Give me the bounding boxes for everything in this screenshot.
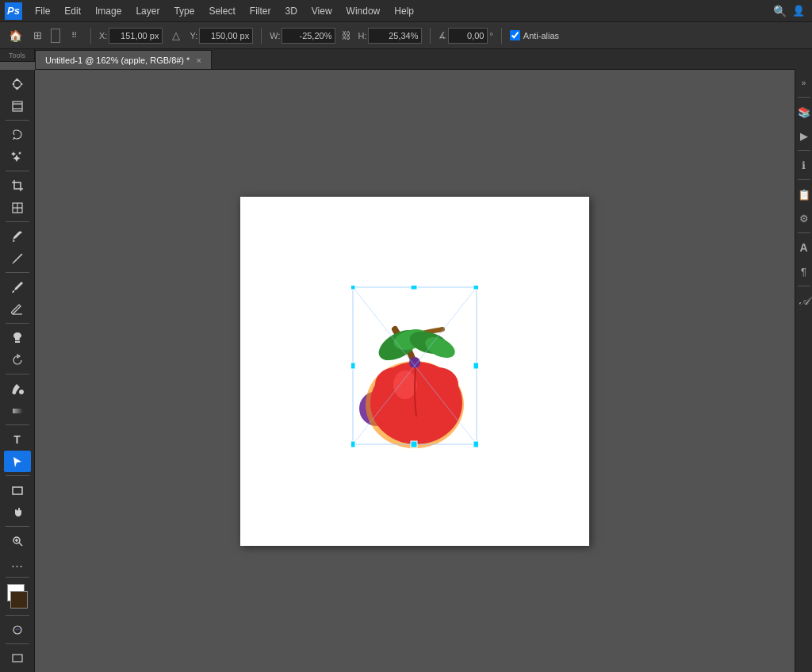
screen-mode-tool[interactable] [4,647,31,669]
rp-sep-3 [798,179,810,180]
rp-sep-5 [798,286,810,286]
x-input[interactable] [109,28,163,44]
slice-tool[interactable] [4,197,31,218]
canvas-area[interactable] [35,70,795,672]
brush-tool[interactable] [4,276,31,298]
svg-point-25 [393,371,417,399]
h-input[interactable] [368,28,422,44]
menu-select[interactable]: Select [202,4,241,18]
right-panel-tab-spacer [795,49,812,70]
menu-view[interactable]: View [305,4,339,18]
paint-bucket-tool[interactable] [4,378,31,399]
user-icon[interactable]: 👤 [790,2,807,20]
glyph-icon[interactable]: 𝒜 [797,291,811,310]
menu-layer[interactable]: Layer [129,4,166,18]
x-label: X: [99,31,107,40]
menu-file[interactable]: File [29,4,56,18]
link-icon[interactable]: ⛓ [340,29,353,42]
gradient-tool[interactable] [4,400,31,421]
h-label: H: [358,31,366,40]
play-icon[interactable]: ▶ [797,126,811,145]
antialias-checkbox[interactable] [510,30,520,40]
w-field: W: [270,28,335,44]
y-label: Y: [190,31,197,40]
menu-image[interactable]: Image [89,4,128,18]
history-brush-tool[interactable] [4,349,31,371]
collapse-right-icon[interactable]: » [797,73,811,92]
toolbar: T … [0,70,35,672]
document-canvas[interactable] [240,197,589,546]
menu-filter[interactable]: Filter [243,4,278,18]
separator-t6 [6,374,29,374]
ps-logo: Ps [5,2,22,20]
ruler-tool[interactable] [4,248,31,269]
lasso-tool[interactable] [4,124,31,145]
search-icon[interactable]: 🔍 [771,2,788,20]
rect-icon [51,29,60,43]
separator-2 [261,28,262,44]
grid-icon[interactable]: ⠿ [65,27,82,44]
eraser-tool[interactable] [4,298,31,320]
document-tab[interactable]: Untitled-1 @ 162% (apple, RGB/8#) * × [35,50,212,69]
y-field: Y: [190,28,253,44]
svg-rect-18 [13,655,22,662]
svg-rect-0 [13,102,22,111]
path-selection-tool[interactable] [4,451,31,472]
w-input[interactable] [282,28,335,44]
menu-type[interactable]: Type [167,4,201,18]
color-swatches [4,584,31,609]
type-tool-label: T [13,433,21,446]
type-tool[interactable]: T [4,428,31,450]
antialias-label[interactable]: Anti-alias [510,30,559,40]
stamp-tool[interactable] [4,327,31,348]
svg-line-7 [15,259,17,261]
menu-edit[interactable]: Edit [58,4,87,18]
delta-icon: △ [167,27,185,44]
handle-tm [411,286,417,290]
separator-3 [430,28,431,44]
crop-tool[interactable] [4,175,31,196]
menu-window[interactable]: Window [340,4,387,18]
right-panel: » 📚 ▶ ℹ 📋 ⚙ A ¶ 𝒜 [795,70,812,672]
tab-close-button[interactable]: × [196,56,201,65]
quick-mask-tool[interactable] [4,619,31,640]
degree-label: ° [489,31,492,40]
properties-icon[interactable]: 📋 [797,185,811,204]
zoom-tool[interactable] [4,530,31,551]
menu-help[interactable]: Help [388,4,420,18]
handle-br [473,441,478,447]
svg-line-9 [20,255,21,256]
info-icon[interactable]: ℹ [797,156,811,175]
paragraph-icon[interactable]: ¶ [797,262,811,281]
separator-t11 [6,615,29,616]
hand-tool[interactable] [4,501,31,523]
text-icon[interactable]: A [797,238,811,257]
adjust-icon[interactable]: ⚙ [797,209,811,228]
magic-wand-tool[interactable] [4,146,31,167]
rectangle-tool[interactable] [4,479,31,501]
menu-3d[interactable]: 3D [278,4,303,18]
home-icon[interactable]: 🏠 [6,27,24,44]
more-tools[interactable]: … [4,552,31,574]
svg-point-30 [409,357,420,368]
w-label: W: [270,31,280,40]
separator-1 [90,28,91,44]
separator-t3 [6,221,29,222]
separator-4 [501,28,502,44]
handle-tl [351,286,355,290]
handle-tr [473,286,478,290]
tab-title: Untitled-1 @ 162% (apple, RGB/8#) * [45,56,190,65]
fruit-svg [351,286,478,448]
y-input[interactable] [199,28,253,44]
svg-point-24 [419,367,458,402]
handle-bm [411,441,417,447]
angle-input[interactable] [448,28,488,44]
transform-icon[interactable]: ⊞ [29,27,46,44]
move-tool[interactable] [4,73,31,94]
separator-t1 [6,120,29,121]
background-color[interactable] [10,591,28,609]
rp-sep-4 [798,232,810,233]
artboard-tool[interactable] [4,95,31,117]
libraries-icon[interactable]: 📚 [797,102,811,121]
eyedropper-tool[interactable] [4,225,31,247]
